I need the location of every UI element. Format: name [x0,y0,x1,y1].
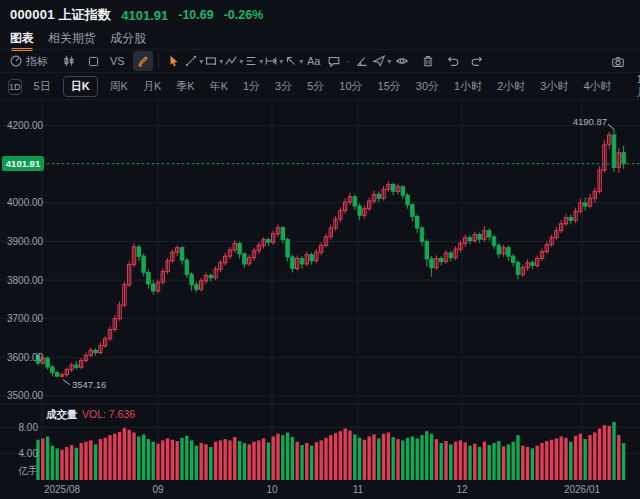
candle-style-button[interactable] [59,51,79,71]
timeframe-1w-k[interactable]: 周K [107,77,131,96]
timeframe-15min[interactable]: 15分 [375,77,404,96]
timeframe-1m-k[interactable]: 月K [140,77,164,96]
draw-tool-button[interactable] [133,51,153,71]
text-tool-button[interactable]: Aa [304,51,324,71]
paper-plane-icon [372,54,386,68]
trend-line-icon [184,54,198,68]
timeframe-5d[interactable]: 5日 [31,77,54,96]
svg-text:4000.00: 4000.00 [7,197,44,208]
arrow-tool[interactable]: ▾ [284,51,304,71]
svg-text:4.00: 4.00 [19,448,39,459]
price-chart[interactable]: 4200.004000.003900.003800.003700.003600.… [0,100,640,499]
time-axis: 2025/08091011122026/01 [44,484,601,495]
instrument-header: 000001 上证指数 4101.91 -10.69 -0.26% [10,6,263,24]
timeframe-bar: 1D 5日日K周K月K季K年K1分3分5分10分15分30分1小时2小时3小时4… [0,74,640,100]
svg-text:亿手: 亿手 [18,465,38,476]
text-tool-label: Aa [307,55,320,67]
svg-text:成交量: 成交量 [45,408,78,421]
layout-button[interactable] [83,51,103,71]
timeframe-5min[interactable]: 5分 [304,77,327,96]
trading-app: 000001 上证指数 4101.91 -10.69 -0.26% 图表相关期货… [0,0,640,499]
trend-line-tool[interactable]: ▾ [184,51,204,71]
rectangle-icon [204,54,218,68]
compare-button[interactable]: VS [107,51,128,71]
wave-tool[interactable]: ▾ [224,51,244,71]
visibility-button[interactable] [392,51,412,71]
chevron-down-icon: ▾ [259,57,263,66]
chevron-down-icon: ▾ [387,57,391,66]
measure-tool[interactable]: ▾ [264,51,284,71]
screenshot-button[interactable] [608,52,628,72]
compare-label: VS [110,55,125,67]
timeframe-1q-k[interactable]: 季K [173,77,197,96]
timeframe-1d-k[interactable]: 日K [63,76,98,97]
svg-text:VOL: 7.636: VOL: 7.636 [82,408,135,420]
undo-icon [446,54,460,68]
svg-text:12: 12 [456,484,468,495]
undo-button[interactable] [443,51,463,71]
candlestick-icon [62,54,76,68]
svg-text:4101.91: 4101.91 [6,158,41,169]
current-price-badge: 4101.91 [2,156,44,171]
svg-text:11: 11 [353,484,364,495]
timeframe-10min[interactable]: 10分 [336,77,365,96]
range-dropdown[interactable]: 1月 ▼ [637,73,640,100]
annotations-layer: 3547.164190.87 [63,116,614,389]
volume-layer [36,422,625,480]
toolbar-dot-separator: · [344,51,352,71]
long-short-tool[interactable]: ▾ [372,51,392,71]
horizontal-lines-icon [244,54,258,68]
range-dropdown-label: 1月 [637,73,640,100]
svg-text:4190.87: 4190.87 [573,116,607,127]
instrument-name: 上证指数 [58,7,111,22]
timeframe-2h[interactable]: 2小时 [494,77,528,96]
tab-chart[interactable]: 图表 [10,30,34,48]
interval-quick-button[interactable]: 1D [8,79,22,95]
shapes-tool[interactable]: ▾ [204,51,224,71]
svg-text:3800.00: 3800.00 [7,275,44,286]
eye-icon [395,54,409,68]
page-tabs: 图表相关期货成分股 [10,30,146,48]
measure-icon [264,54,278,68]
candles-layer [36,129,625,377]
timeframe-1h[interactable]: 1小时 [451,77,485,96]
gauge-icon [9,54,23,68]
svg-text:3700.00: 3700.00 [7,313,44,324]
instrument-title: 000001 上证指数 [10,6,111,24]
redo-button[interactable] [467,51,487,71]
toolbar-divider [158,54,159,68]
timeframe-4h[interactable]: 4小时 [580,77,614,96]
svg-text:3547.16: 3547.16 [72,379,106,390]
comment-tool-button[interactable] [324,51,344,71]
timeframe-30min[interactable]: 30分 [413,77,442,96]
price-change: -10.69 [178,8,213,22]
redo-icon [470,54,484,68]
camera-icon [611,55,625,69]
timeframe-1min[interactable]: 1分 [240,77,263,96]
cursor-tool-button[interactable] [164,51,184,71]
speech-bubble-icon [327,54,341,68]
svg-text:2025/08: 2025/08 [44,484,81,495]
svg-text:2026/01: 2026/01 [564,484,601,495]
pen-icon [136,54,150,68]
fib-lines-tool[interactable]: ▾ [244,51,264,71]
chevron-down-icon: ▾ [239,57,243,66]
timeframe-3h[interactable]: 3小时 [537,77,571,96]
delete-drawings-button[interactable] [418,51,438,71]
svg-text:09: 09 [152,484,164,495]
chevron-down-icon: ▾ [219,57,223,66]
tab-related-futures[interactable]: 相关期货 [48,30,96,48]
last-price: 4101.91 [121,8,168,23]
chart-toolbar: 指标 VS ▾ ▾ ▾ ▾ [0,49,640,73]
timeframe-3min[interactable]: 3分 [272,77,295,96]
svg-text:10: 10 [266,484,278,495]
angle-tool-button[interactable] [352,51,372,71]
indicators-button[interactable]: 指标 [6,51,51,71]
timeframe-1y-k[interactable]: 年K [207,77,231,96]
svg-text:8.00: 8.00 [19,422,39,433]
tab-components[interactable]: 成分股 [110,30,146,48]
interval-quick-label: 1D [9,82,21,92]
grid-layer [0,100,640,480]
svg-text:4200.00: 4200.00 [7,120,44,131]
cursor-icon [167,54,181,68]
